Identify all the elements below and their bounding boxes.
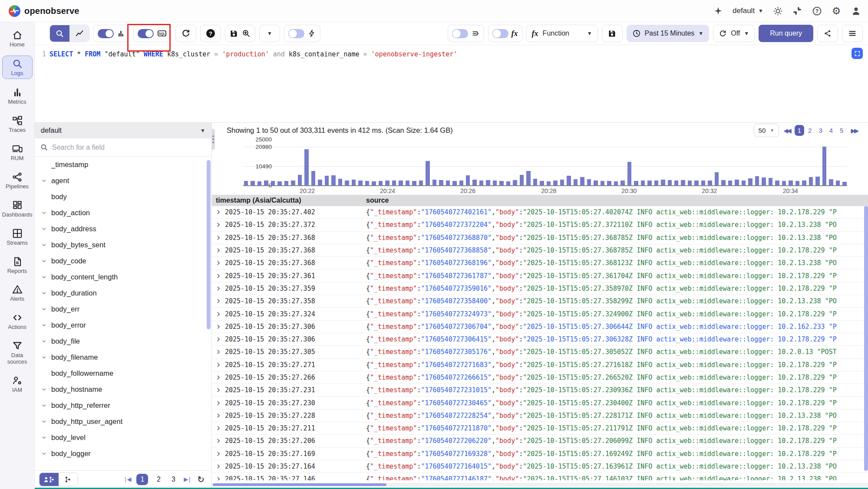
- histogram-bar[interactable]: [318, 180, 322, 185]
- histogram-bar[interactable]: [634, 181, 638, 185]
- histogram-bar[interactable]: [735, 180, 739, 185]
- histogram-bar[interactable]: [520, 175, 524, 185]
- sidebar-item-streams[interactable]: Streams: [2, 226, 33, 248]
- log-row[interactable]: 2025-10-15 20:35:27.402{"_timestamp":"17…: [212, 206, 868, 219]
- expand-row-icon[interactable]: [212, 451, 225, 457]
- sidebar-item-alerts[interactable]: Alerts: [2, 282, 33, 304]
- log-row[interactable]: 2025-10-15 20:35:27.359{"_timestamp":"17…: [212, 282, 868, 295]
- user-icon[interactable]: [851, 6, 861, 16]
- histogram-bar[interactable]: [372, 181, 376, 185]
- field-item-_timestamp[interactable]: _timestamp: [35, 157, 211, 173]
- log-row[interactable]: 2025-10-15 20:35:27.361{"_timestamp":"17…: [212, 269, 868, 282]
- histogram-bar[interactable]: [251, 181, 254, 185]
- expand-row-icon[interactable]: [212, 209, 225, 215]
- histogram-toggle[interactable]: [98, 29, 114, 38]
- log-row[interactable]: 2025-10-15 20:35:27.271{"_timestamp":"17…: [212, 359, 868, 371]
- saved-views-dropdown-button[interactable]: ▼: [259, 25, 280, 42]
- time-range-select[interactable]: Past 15 Minutes ▼: [627, 25, 710, 42]
- histogram-bar[interactable]: [842, 182, 846, 185]
- field-item-body_content_length[interactable]: body_content_length: [35, 269, 211, 285]
- histogram-bar[interactable]: [748, 178, 752, 185]
- field-search-row[interactable]: Search for a field: [35, 138, 211, 157]
- chevron-down-icon[interactable]: [40, 178, 48, 184]
- histogram-bar[interactable]: [607, 181, 611, 185]
- field-item-body_action[interactable]: body_action: [35, 205, 211, 221]
- field-item-body_filename[interactable]: body_filename: [35, 349, 211, 365]
- histogram-bar[interactable]: [513, 180, 517, 185]
- log-row[interactable]: 2025-10-15 20:35:27.358{"_timestamp":"17…: [212, 295, 868, 308]
- histogram-bar[interactable]: [775, 181, 779, 185]
- histogram-bar[interactable]: [694, 181, 698, 185]
- log-row[interactable]: 2025-10-15 20:35:27.169{"_timestamp":"17…: [212, 448, 868, 460]
- log-row[interactable]: 2025-10-15 20:35:27.306{"_timestamp":"17…: [212, 321, 868, 333]
- field-item-body_code[interactable]: body_code: [35, 253, 211, 269]
- histogram-bar[interactable]: [412, 181, 416, 185]
- log-row[interactable]: 2025-10-15 20:35:27.372{"_timestamp":"17…: [212, 219, 868, 231]
- sidebar-item-reports[interactable]: Reports: [2, 254, 33, 276]
- field-item-body_duration[interactable]: body_duration: [35, 285, 211, 301]
- query-editor[interactable]: 1 SELECT * FROM "default" WHERE k8s_clus…: [35, 45, 868, 63]
- help-circle-icon[interactable]: ?: [812, 6, 822, 16]
- field-item-body_hostname[interactable]: body_hostname: [35, 381, 211, 397]
- sidebar-item-home[interactable]: Home: [2, 27, 33, 50]
- sidebar-item-data-sources[interactable]: Data sources: [2, 338, 33, 367]
- chevron-down-icon[interactable]: [40, 242, 48, 248]
- histogram-bar[interactable]: [715, 172, 719, 185]
- field-item-body_err[interactable]: body_err: [35, 301, 211, 317]
- field-page-3[interactable]: 3: [169, 476, 178, 483]
- field-item-body_error[interactable]: body_error: [35, 317, 211, 333]
- expand-row-icon[interactable]: [212, 324, 225, 330]
- histogram-bar[interactable]: [540, 181, 544, 185]
- results-page-5[interactable]: 5: [837, 125, 846, 136]
- sparkle-icon[interactable]: [713, 6, 723, 16]
- chevron-down-icon[interactable]: [40, 435, 48, 440]
- histogram-bar[interactable]: [506, 181, 510, 185]
- field-item-body_level[interactable]: body_level: [35, 430, 211, 446]
- field-item-body_http_referrer[interactable]: body_http_referrer: [35, 397, 211, 414]
- theme-icon[interactable]: [772, 6, 783, 16]
- field-item-body_address[interactable]: body_address: [35, 221, 211, 237]
- histogram-bar[interactable]: [822, 147, 826, 185]
- histogram-bar[interactable]: [486, 180, 490, 185]
- histogram-bar[interactable]: [742, 181, 746, 185]
- histogram-bar[interactable]: [647, 181, 651, 185]
- prev-pages-icon[interactable]: ◀◀: [783, 127, 790, 134]
- sidebar-item-rum[interactable]: RUM: [2, 141, 33, 164]
- histogram-bar[interactable]: [493, 181, 497, 185]
- log-row[interactable]: 2025-10-15 20:35:27.164{"_timestamp":"17…: [212, 460, 868, 473]
- histogram-bar[interactable]: [674, 181, 678, 185]
- histogram-bar[interactable]: [762, 177, 766, 185]
- histogram-bar[interactable]: [594, 181, 597, 185]
- expand-row-icon[interactable]: [212, 260, 225, 266]
- chevron-down-icon[interactable]: [40, 226, 48, 232]
- log-row[interactable]: 2025-10-15 20:35:27.368{"_timestamp":"17…: [212, 232, 868, 244]
- histogram-bar[interactable]: [782, 181, 786, 185]
- histogram-bar[interactable]: [264, 181, 268, 185]
- histogram-bar[interactable]: [802, 181, 806, 185]
- chevron-down-icon[interactable]: [40, 451, 48, 456]
- histogram-bar[interactable]: [795, 181, 799, 185]
- histogram-bar[interactable]: [708, 181, 712, 185]
- visualize-mode-button[interactable]: [69, 25, 89, 42]
- histogram-bar[interactable]: [560, 180, 564, 185]
- expand-row-icon[interactable]: [212, 222, 225, 228]
- expand-row-icon[interactable]: [212, 413, 225, 419]
- histogram-bar[interactable]: [499, 181, 503, 185]
- histogram-bar[interactable]: [580, 177, 584, 186]
- expand-row-icon[interactable]: [212, 387, 225, 393]
- function-select[interactable]: fx Function ▼: [526, 25, 598, 42]
- histogram-bar[interactable]: [815, 177, 819, 185]
- menu-button[interactable]: [842, 25, 863, 42]
- histogram-bar[interactable]: [291, 181, 295, 185]
- log-row[interactable]: 2025-10-15 20:35:27.368{"_timestamp":"17…: [212, 244, 868, 257]
- results-page-1[interactable]: 1: [795, 125, 804, 136]
- expand-row-icon[interactable]: [212, 400, 225, 406]
- histogram-bar[interactable]: [688, 181, 692, 185]
- organization-select[interactable]: default ▼: [733, 7, 763, 15]
- auto-refresh-select[interactable]: Off ▼: [713, 25, 755, 42]
- histogram-bar[interactable]: [533, 179, 537, 185]
- histogram-bar[interactable]: [419, 181, 423, 185]
- chevron-down-icon[interactable]: [40, 290, 48, 296]
- log-row[interactable]: 2025-10-15 20:35:27.211{"_timestamp":"17…: [212, 422, 868, 435]
- histogram-chart[interactable]: 250002098010490020:2220:2420:2620:2820:3…: [212, 138, 868, 195]
